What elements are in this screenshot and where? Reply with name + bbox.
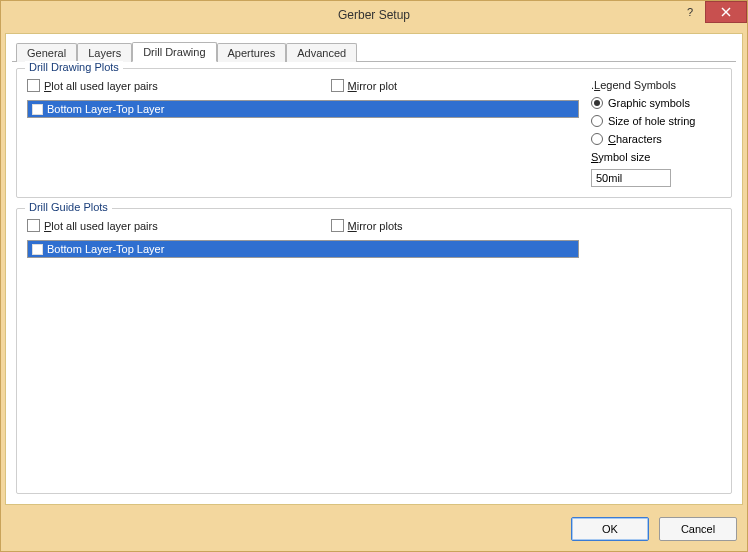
help-button[interactable]: ? — [675, 1, 705, 23]
list-item-checkbox[interactable] — [32, 244, 43, 255]
window-title: Gerber Setup — [1, 8, 747, 22]
list-drill-guide-pairs[interactable]: Bottom Layer-Top Layer — [27, 240, 579, 258]
group-legend: Drill Guide Plots — [25, 201, 112, 213]
radio-label: Size of hole string — [608, 115, 695, 127]
client-area: General Layers Drill Drawing Apertures A… — [5, 33, 743, 505]
radio-dot-icon — [591, 97, 603, 109]
checkbox-plot-all-guide[interactable]: Plot all used layer pairs — [27, 219, 158, 232]
symbol-size-label: Symbol size — [591, 151, 721, 163]
list-item-checkbox[interactable] — [32, 104, 43, 115]
checkbox-plot-all-drawing[interactable]: Plot all used layer pairs — [27, 79, 158, 92]
help-icon: ? — [687, 6, 693, 18]
checkbox-label: Mirror plot — [348, 80, 398, 92]
group-drill-drawing-plots: Drill Drawing Plots Plot all used layer … — [16, 68, 732, 198]
checkbox-mirror-guide[interactable]: Mirror plots — [331, 219, 403, 232]
list-item[interactable]: Bottom Layer-Top Layer — [28, 101, 578, 117]
list-drill-drawing-pairs[interactable]: Bottom Layer-Top Layer — [27, 100, 579, 118]
checkbox-box-icon — [27, 79, 40, 92]
checkbox-box-icon — [27, 219, 40, 232]
checkbox-label: Plot all used layer pairs — [44, 220, 158, 232]
symbol-size-input[interactable]: 50mil — [591, 169, 671, 187]
window-controls: ? — [675, 1, 747, 29]
tabstrip: General Layers Drill Drawing Apertures A… — [12, 40, 736, 62]
radio-characters[interactable]: Characters — [591, 133, 721, 145]
tabpage-drill-drawing: Drill Drawing Plots Plot all used layer … — [12, 62, 736, 498]
radio-graphic-symbols[interactable]: Graphic symbols — [591, 97, 721, 109]
drill-drawing-row: Plot all used layer pairs Mirror plot — [27, 79, 721, 187]
tab-general[interactable]: General — [16, 43, 77, 62]
checkbox-mirror-drawing[interactable]: Mirror plot — [331, 79, 398, 92]
cancel-button[interactable]: Cancel — [659, 517, 737, 541]
radio-label: Characters — [608, 133, 662, 145]
gerber-setup-dialog: Gerber Setup ? General Layers Drill Draw… — [0, 0, 748, 552]
radio-label: Graphic symbols — [608, 97, 690, 109]
close-button[interactable] — [705, 1, 747, 23]
radio-size-of-hole-string[interactable]: Size of hole string — [591, 115, 721, 127]
radio-dot-icon — [591, 115, 603, 127]
titlebar: Gerber Setup ? — [1, 1, 747, 29]
radio-dot-icon — [591, 133, 603, 145]
legend-symbols-heading: .Legend Symbols — [591, 79, 721, 91]
tab-drill-drawing[interactable]: Drill Drawing — [132, 42, 216, 62]
checkbox-box-icon — [331, 79, 344, 92]
list-item-label: Bottom Layer-Top Layer — [47, 243, 164, 255]
checkbox-label: Mirror plots — [348, 220, 403, 232]
checkbox-box-icon — [331, 219, 344, 232]
list-item-label: Bottom Layer-Top Layer — [47, 103, 164, 115]
tab-advanced[interactable]: Advanced — [286, 43, 357, 62]
drill-guide-row: Plot all used layer pairs Mirror plots — [27, 219, 721, 483]
group-drill-guide-plots: Drill Guide Plots Plot all used layer pa… — [16, 208, 732, 494]
group-legend: Drill Drawing Plots — [25, 61, 123, 73]
tab-layers[interactable]: Layers — [77, 43, 132, 62]
checkbox-label: Plot all used layer pairs — [44, 80, 158, 92]
tab-apertures[interactable]: Apertures — [217, 43, 287, 62]
legend-symbols-panel: .Legend Symbols Graphic symbols Size of … — [591, 79, 721, 187]
dialog-footer: OK Cancel — [1, 509, 747, 551]
ok-button[interactable]: OK — [571, 517, 649, 541]
list-item[interactable]: Bottom Layer-Top Layer — [28, 241, 578, 257]
close-icon — [721, 7, 731, 17]
